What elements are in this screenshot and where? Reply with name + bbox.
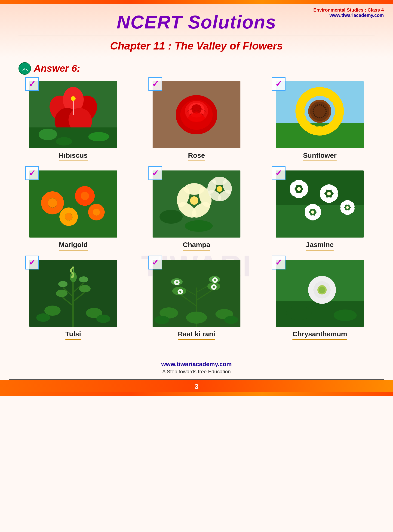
svg-point-42 [325, 110, 327, 112]
svg-point-174 [36, 313, 50, 322]
checkmark-rose: ✓ [152, 80, 159, 88]
svg-point-184 [72, 266, 74, 268]
header-divider [19, 35, 374, 35]
svg-point-102 [65, 213, 72, 220]
svg-point-51 [313, 113, 314, 114]
svg-point-175 [96, 315, 110, 323]
flower-item-raat-ki-rani: ✓ Raat ki rani [142, 260, 251, 340]
flower-label-marigold: Marigold [59, 241, 88, 250]
flower-image-container-chrysanthemum: ✓ [276, 260, 364, 327]
checkbox-champa[interactable]: ✓ [148, 166, 162, 180]
flower-image-sunflower [276, 81, 364, 148]
checkmark-marigold: ✓ [29, 169, 36, 177]
flower-item-rose: ✓ Rose [142, 81, 251, 161]
flower-image-jasmine [276, 170, 364, 238]
header: Environmental Studies : Class 4 www.tiwa… [0, 4, 393, 58]
website-top: www.tiwariacademy.com [313, 13, 384, 18]
svg-point-198 [154, 316, 169, 324]
svg-point-58 [321, 104, 323, 106]
checkmark-jasmine: ✓ [275, 169, 282, 177]
checkmark-sunflower: ✓ [275, 80, 282, 88]
svg-point-130 [185, 220, 213, 232]
flower-item-jasmine: ✓ Jasmine [265, 170, 374, 250]
flower-image-champa [152, 170, 241, 238]
checkbox-raat-ki-rani[interactable]: ✓ [148, 256, 162, 269]
flower-image-container-tulsi: ✓ [29, 260, 117, 327]
page-number-bar: 3 [0, 380, 393, 392]
flower-label-sunflower: Sunflower [303, 151, 337, 161]
checkbox-sunflower[interactable]: ✓ [272, 77, 285, 91]
flower-item-champa: ✓ Champa [142, 170, 251, 250]
flower-label-champa: Champa [183, 241, 210, 250]
svg-point-54 [314, 107, 315, 108]
svg-point-47 [319, 117, 320, 119]
svg-point-168 [79, 285, 91, 292]
checkbox-jasmine[interactable]: ✓ [272, 166, 285, 180]
svg-point-48 [317, 117, 319, 118]
svg-point-14 [56, 137, 72, 145]
flower-image-container-jasmine: ✓ [276, 170, 364, 238]
svg-point-153 [311, 210, 314, 214]
svg-point-180 [71, 272, 73, 274]
subject-label: Environmental Studies : Class 4 [313, 7, 384, 13]
checkmark-hibiscus: ✓ [29, 80, 36, 88]
svg-point-49 [315, 116, 317, 117]
flower-image-chrysanthemum [276, 260, 364, 327]
svg-point-170 [79, 276, 88, 282]
checkmark-tulsi: ✓ [29, 258, 36, 267]
svg-point-199 [224, 316, 238, 324]
svg-point-57 [319, 104, 320, 105]
flower-label-hibiscus: Hibiscus [59, 151, 88, 161]
svg-point-167 [56, 290, 68, 297]
svg-point-264 [319, 287, 325, 293]
flower-image-container-champa: ✓ [152, 170, 241, 238]
flower-image-hibiscus [29, 81, 117, 148]
checkbox-marigold[interactable]: ✓ [25, 166, 39, 180]
flower-item-chrysanthemum: ✓ Chrysanthemum [265, 260, 374, 340]
svg-point-115 [93, 209, 100, 216]
svg-point-200 [186, 312, 207, 323]
flower-label-tulsi: Tulsi [65, 330, 81, 340]
svg-point-46 [321, 117, 323, 118]
svg-point-265 [286, 306, 312, 320]
svg-point-60 [324, 107, 326, 108]
tiwari-logo-icon: T [19, 62, 31, 75]
bottom-orange-bar [0, 392, 393, 396]
page-number: 3 [195, 383, 199, 390]
svg-point-45 [323, 116, 324, 117]
checkbox-rose[interactable]: ✓ [148, 77, 162, 91]
top-right-info: Environmental Studies : Class 4 www.tiwa… [313, 7, 384, 18]
flower-image-container-sunflower: ✓ [276, 81, 364, 148]
svg-point-160 [346, 206, 349, 209]
flower-label-raat-ki-rani: Raat ki rani [178, 330, 215, 340]
svg-point-169 [58, 281, 68, 287]
flower-label-rose: Rose [188, 151, 205, 161]
flower-item-sunflower: ✓ Sunflower [265, 81, 374, 161]
footer: www.tiwariacademy.com A Step towards fre… [0, 356, 393, 377]
checkbox-hibiscus[interactable]: ✓ [25, 77, 39, 91]
svg-point-146 [327, 192, 331, 195]
svg-point-10 [71, 96, 76, 101]
svg-point-52 [313, 110, 314, 112]
content-area: T Answer 6: ✓ Hibiscus✓ [0, 58, 393, 349]
svg-point-183 [71, 268, 73, 270]
svg-point-21 [192, 104, 201, 114]
flower-item-hibiscus: ✓ Hibiscus [19, 81, 128, 161]
chapter-title: Chapter 11 : The Valley of Flowers [9, 37, 384, 53]
svg-point-61 [325, 109, 327, 110]
checkmark-raat-ki-rani: ✓ [152, 258, 159, 267]
flower-image-rose [152, 81, 241, 148]
svg-point-43 [325, 113, 327, 114]
svg-point-12 [39, 129, 57, 140]
flower-image-container-rose: ✓ [152, 81, 241, 148]
svg-point-139 [297, 187, 301, 191]
svg-point-56 [317, 104, 319, 106]
checkbox-tulsi[interactable]: ✓ [25, 256, 39, 269]
checkbox-chrysanthemum[interactable]: ✓ [272, 256, 285, 269]
svg-point-59 [323, 105, 324, 107]
svg-point-76 [48, 198, 57, 208]
flower-image-tulsi [29, 260, 117, 327]
footer-website: www.tiwariacademy.com [0, 361, 393, 368]
svg-point-129 [160, 210, 183, 224]
svg-point-50 [314, 114, 315, 116]
